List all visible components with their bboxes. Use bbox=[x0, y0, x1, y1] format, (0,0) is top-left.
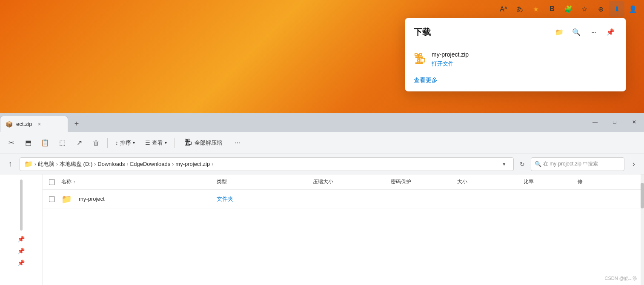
file-name: my-project bbox=[79, 196, 105, 202]
address-dropdown-button[interactable]: ▾ bbox=[499, 159, 509, 169]
new-tab-button[interactable]: + bbox=[70, 117, 83, 131]
search-downloads-button[interactable]: 🔍 bbox=[570, 25, 583, 39]
refresh-button[interactable]: ↻ bbox=[516, 158, 528, 170]
column-headers: 名称 ↑ 类型 压缩大小 密码保护 大小 比率 bbox=[43, 174, 644, 190]
profile-icon[interactable]: 👤 bbox=[625, 1, 641, 17]
search-box[interactable]: 🔍 在 my-project.zip 中搜索 bbox=[531, 157, 624, 171]
download-item: 🗜 my-project.zip 打开文件 bbox=[405, 44, 626, 74]
row-checkbox[interactable] bbox=[46, 196, 58, 202]
file-modified-cell bbox=[574, 197, 641, 201]
breadcrumb-this-pc[interactable]: 此电脑 bbox=[38, 160, 54, 168]
search-icon: 🔍 bbox=[535, 161, 541, 167]
breadcrumb-sep-3: › bbox=[127, 161, 129, 167]
file-compressed-cell bbox=[309, 197, 388, 201]
close-button[interactable]: ✕ bbox=[624, 115, 644, 129]
tab-label: ect.zip bbox=[16, 121, 32, 127]
download-panel: 下载 📁 🔍 ··· 📌 🗜 my-project.zip 打开文件 查看更多 bbox=[405, 18, 626, 91]
breadcrumb-root-icon: 📁 bbox=[24, 160, 33, 168]
sidebar-pin-3[interactable]: 📌 bbox=[16, 258, 26, 268]
col-ratio-label: 比率 bbox=[524, 178, 534, 185]
more-download-options-button[interactable]: ··· bbox=[587, 25, 600, 39]
extract-icon: 🗜 bbox=[184, 138, 192, 147]
font-jp-icon[interactable]: あ bbox=[512, 1, 527, 17]
col-header-compressed[interactable]: 压缩大小 bbox=[309, 177, 388, 187]
copy-button[interactable]: ⬒ bbox=[20, 135, 36, 151]
browser-toolbar: Aᴬ あ ★ B 🧩 ☆ ⊕ ⬇ 👤 bbox=[492, 0, 644, 18]
view-dropdown-icon: ▾ bbox=[165, 140, 167, 145]
col-header-size[interactable]: 大小 bbox=[454, 177, 520, 187]
col-header-type[interactable]: 类型 bbox=[213, 177, 309, 187]
sidebar-pin-1[interactable]: 📌 bbox=[16, 234, 26, 244]
open-file-link[interactable]: 打开文件 bbox=[432, 60, 454, 67]
maximize-button[interactable]: □ bbox=[605, 115, 624, 129]
more-options-button[interactable]: ··· bbox=[230, 135, 245, 151]
search-go-button[interactable]: › bbox=[627, 157, 641, 171]
paste-button[interactable]: 📋 bbox=[37, 135, 53, 151]
sort-button[interactable]: ↕ 排序 ▾ bbox=[111, 137, 139, 148]
breadcrumb-zip-file[interactable]: my-project.zip bbox=[175, 161, 210, 167]
breadcrumb-sep-0: › bbox=[34, 161, 36, 167]
add-to-favorites-icon[interactable]: ⊕ bbox=[593, 1, 608, 17]
cut-button[interactable]: ✂ bbox=[3, 135, 19, 151]
select-all-checkbox[interactable] bbox=[49, 179, 55, 185]
download-panel-icon[interactable]: ⬇ bbox=[609, 1, 624, 17]
col-header-password[interactable]: 密码保护 bbox=[387, 177, 454, 187]
go-up-button[interactable]: ↑ bbox=[3, 157, 17, 171]
delete-button[interactable]: 🗑 bbox=[89, 135, 104, 151]
explorer-window: ✂ ⬒ 📋 ⬚ ↗ 🗑 ↕ 排序 ▾ ☰ 查看 ▾ 🗜 全部解压缩 ··· ↑ … bbox=[0, 132, 644, 285]
extract-all-button[interactable]: 🗜 全部解压缩 bbox=[178, 136, 228, 150]
view-label: 查看 bbox=[152, 139, 163, 147]
col-header-ratio[interactable]: 比率 bbox=[520, 177, 575, 187]
col-size-label: 大小 bbox=[457, 178, 467, 185]
rename-button[interactable]: ⬚ bbox=[54, 135, 70, 151]
share-button[interactable]: ↗ bbox=[72, 135, 87, 151]
extensions-icon[interactable]: 🧩 bbox=[561, 1, 576, 17]
view-icon: ☰ bbox=[145, 140, 150, 146]
breadcrumb-sep-2: › bbox=[94, 161, 96, 167]
breadcrumb: 📁 › 此电脑 › 本地磁盘 (D:) › Downloads › EdgeDo… bbox=[24, 160, 496, 168]
see-more-link[interactable]: 查看更多 bbox=[414, 77, 438, 83]
extract-label: 全部解压缩 bbox=[195, 139, 222, 147]
dl-file-info: my-project.zip 打开文件 bbox=[432, 51, 617, 68]
scrollbar-thumb[interactable] bbox=[641, 183, 644, 208]
minimize-button[interactable]: — bbox=[585, 115, 605, 129]
table-row[interactable]: 📁 my-project 文件夹 bbox=[43, 190, 644, 208]
file-checkbox[interactable] bbox=[49, 196, 55, 202]
download-header-actions: 📁 🔍 ··· 📌 bbox=[552, 25, 617, 39]
download-panel-title: 下载 bbox=[414, 26, 552, 38]
breadcrumb-sep-5: › bbox=[212, 161, 213, 167]
col-header-modified[interactable]: 修 bbox=[574, 177, 641, 187]
tab-bar: 📦 ect.zip × + — □ ✕ bbox=[0, 113, 644, 132]
toolbar-sep-1 bbox=[107, 138, 108, 148]
address-bar-row: ↑ 📁 › 此电脑 › 本地磁盘 (D:) › Downloads › Edge… bbox=[0, 154, 644, 174]
sort-dropdown-icon: ▾ bbox=[133, 140, 135, 145]
file-list: 名称 ↑ 类型 压缩大小 密码保护 大小 比率 bbox=[43, 174, 644, 285]
tab-close-button[interactable]: × bbox=[36, 120, 43, 128]
pin-downloads-button[interactable]: 📌 bbox=[604, 25, 617, 39]
open-downloads-folder-button[interactable]: 📁 bbox=[552, 25, 566, 39]
sort-label: 排序 bbox=[120, 139, 131, 147]
header-checkbox[interactable] bbox=[46, 179, 58, 185]
tab-zip-file[interactable]: 📦 ect.zip × bbox=[0, 116, 68, 132]
breadcrumb-downloads[interactable]: Downloads bbox=[97, 161, 125, 167]
col-password-label: 密码保护 bbox=[391, 178, 411, 185]
font-aa-icon[interactable]: Aᴬ bbox=[496, 1, 511, 17]
favorites-star-icon[interactable]: ★ bbox=[528, 1, 544, 17]
bold-icon[interactable]: B bbox=[544, 1, 560, 17]
col-modified-label: 修 bbox=[578, 178, 583, 185]
collections-icon[interactable]: ☆ bbox=[577, 1, 592, 17]
search-placeholder: 在 my-project.zip 中搜索 bbox=[543, 160, 598, 168]
file-ratio-cell bbox=[520, 197, 575, 201]
address-bar[interactable]: 📁 › 此电脑 › 本地磁盘 (D:) › Downloads › EdgeDo… bbox=[20, 157, 514, 171]
col-name-label: 名称 bbox=[61, 178, 72, 185]
folder-icon: 📁 bbox=[61, 194, 72, 204]
tab-file-icon: 📦 bbox=[6, 121, 13, 128]
breadcrumb-local-disk[interactable]: 本地磁盘 (D:) bbox=[60, 160, 92, 168]
breadcrumb-edge-downloads[interactable]: EdgeDownloads bbox=[130, 161, 171, 167]
sidebar-pin-2[interactable]: 📌 bbox=[16, 246, 26, 256]
file-name-cell: 📁 my-project bbox=[58, 192, 213, 206]
col-header-name[interactable]: 名称 ↑ bbox=[58, 177, 213, 187]
explorer-toolbar: ✂ ⬒ 📋 ⬚ ↗ 🗑 ↕ 排序 ▾ ☰ 查看 ▾ 🗜 全部解压缩 ··· bbox=[0, 132, 644, 154]
scrollbar-track bbox=[641, 174, 644, 285]
view-button[interactable]: ☰ 查看 ▾ bbox=[141, 137, 171, 148]
